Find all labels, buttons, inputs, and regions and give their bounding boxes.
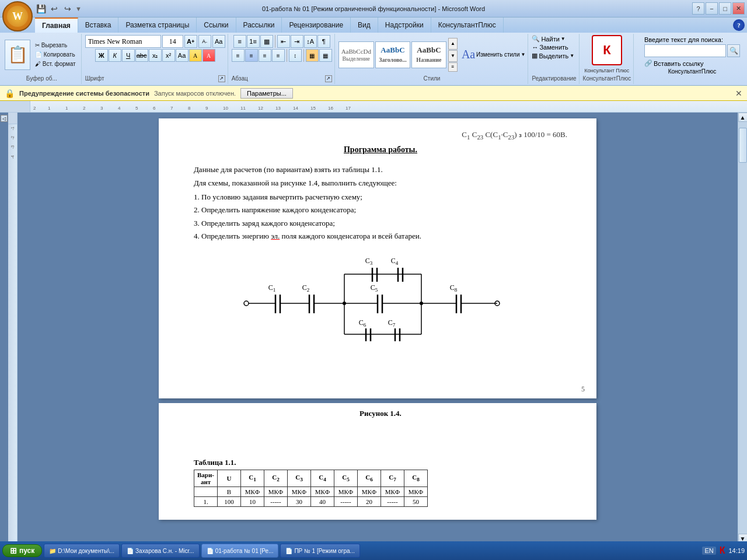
- italic-button[interactable]: К: [109, 49, 121, 62]
- tab-insert[interactable]: Вставка: [78, 18, 119, 33]
- minimize-button[interactable]: −: [706, 2, 718, 15]
- security-close-button[interactable]: ✕: [735, 89, 742, 98]
- language-indicator[interactable]: EN: [702, 547, 715, 555]
- item2: 2. Определить напряжение каждого конденс…: [194, 204, 567, 216]
- start-button[interactable]: ⊞ пуск: [2, 544, 42, 557]
- font-size-input[interactable]: [162, 35, 183, 48]
- numbering-button[interactable]: 1≡: [247, 35, 260, 48]
- paragraph-group-label: Абзац: [232, 74, 248, 83]
- justify-button[interactable]: ≡: [272, 49, 285, 62]
- col-c1: C1: [241, 470, 264, 487]
- close-button[interactable]: ✕: [732, 2, 745, 15]
- more-styles-button[interactable]: ≡: [448, 62, 458, 72]
- undo-button[interactable]: ↩: [48, 3, 60, 15]
- security-message: Запуск макросов отключен.: [154, 90, 236, 97]
- font-dialog-launcher[interactable]: ↗: [218, 75, 225, 82]
- customize-quick-access[interactable]: ▼: [75, 5, 82, 12]
- line-spacing-button[interactable]: ↕: [289, 49, 302, 62]
- help-icon[interactable]: ?: [733, 19, 745, 31]
- highlight-button[interactable]: А: [189, 49, 202, 62]
- tab-view[interactable]: Вид: [351, 18, 378, 33]
- font-color-button[interactable]: А: [203, 49, 215, 62]
- col-c7: C7: [381, 470, 404, 487]
- change-styles-button[interactable]: Аа Изменить стили ▼: [462, 48, 525, 61]
- cut-button[interactable]: ✂ Вырезать: [32, 41, 79, 50]
- underline-button[interactable]: Ч: [122, 49, 135, 62]
- tab-mailings[interactable]: Рассылки: [236, 18, 282, 33]
- circuit-diagram: C1 C2: [211, 248, 550, 365]
- tab-layout[interactable]: Разметка страницы: [118, 18, 197, 33]
- paragraph-dialog-launcher[interactable]: ↗: [325, 75, 332, 82]
- tab-home[interactable]: Главная: [35, 18, 78, 33]
- subscript-button[interactable]: x₂: [149, 49, 162, 62]
- clear-format-button[interactable]: Aa: [212, 35, 225, 48]
- redo-button[interactable]: ↪: [62, 3, 74, 15]
- insert-link-button[interactable]: 🔗Вставить ссылку: [644, 60, 740, 67]
- align-center-button[interactable]: ≡: [245, 49, 258, 62]
- shading-button[interactable]: ▦: [306, 49, 319, 62]
- superscript-button[interactable]: x²: [162, 49, 175, 62]
- data-table: Вари-ант U C1 C2 C3 C4 C5 C6 C7 C8 В: [194, 470, 428, 507]
- scroll-thumb[interactable]: [739, 128, 747, 163]
- svg-text:C3: C3: [365, 257, 373, 266]
- strikethrough-button[interactable]: аbc: [135, 49, 148, 62]
- align-left-button[interactable]: ≡: [232, 49, 245, 62]
- scroll-up-button[interactable]: ▲: [738, 113, 748, 122]
- save-button[interactable]: 💾: [35, 3, 47, 15]
- style-title[interactable]: AaBbCНазвание: [411, 41, 446, 68]
- tab-references[interactable]: Ссылки: [197, 18, 236, 33]
- font-shrink-button[interactable]: A-: [198, 35, 211, 48]
- align-right-button[interactable]: ≡: [259, 49, 271, 62]
- circuit-svg: C1 C2: [211, 248, 538, 359]
- paste-button[interactable]: 📋: [5, 40, 30, 70]
- konsultant-icon[interactable]: К: [592, 35, 622, 65]
- increase-indent-button[interactable]: ⇥: [291, 35, 303, 48]
- bold-button[interactable]: Ж: [95, 49, 108, 62]
- styles-scroll-down[interactable]: ▼: [448, 50, 458, 62]
- show-formatting-button[interactable]: ¶: [317, 35, 330, 48]
- editing-group: 🔍Найти▼ ↔Заменить ▦Выделить▼ Редактирова…: [529, 34, 579, 84]
- taskbar-item-0[interactable]: 📁 D:\Мои документы\...: [44, 544, 120, 558]
- restore-button[interactable]: □: [719, 2, 731, 15]
- paste-area: 📋: [5, 40, 30, 70]
- taskbar-item-3[interactable]: 📄 ПР № 1 [Режим огра...: [280, 544, 360, 558]
- view-toggle[interactable]: ◁: [1, 115, 8, 122]
- decrease-indent-button[interactable]: ⇤: [277, 35, 290, 48]
- select-button[interactable]: ▦Выделить▼: [532, 52, 574, 60]
- scroll-track: [738, 122, 748, 534]
- replace-button[interactable]: ↔Заменить: [532, 44, 568, 51]
- table-subheader-row: В МКФ МКФ МКФ МКФ МКФ МКФ МКФ МКФ: [194, 487, 428, 497]
- bullets-button[interactable]: ≡: [233, 35, 246, 48]
- security-params-button[interactable]: Параметры...: [240, 88, 293, 99]
- style-heading1[interactable]: AaBbCЗаголово...: [375, 41, 410, 68]
- font-name-input[interactable]: [85, 35, 161, 48]
- case-button[interactable]: Аа: [176, 49, 189, 62]
- font-group: A+ A- Aa Ж К Ч аbc x₂ x² Аа А А Шрифт: [83, 34, 228, 84]
- taskbar-item-1[interactable]: 📄 Захарова С.н. - Micr...: [121, 544, 200, 558]
- svg-text:C1: C1: [268, 284, 276, 293]
- svg-text:C4: C4: [391, 257, 399, 266]
- search-button[interactable]: 🔍: [727, 44, 740, 57]
- office-button[interactable]: W: [2, 1, 33, 32]
- col-c8: C8: [404, 470, 428, 487]
- table-title: Таблица 1.1.: [194, 458, 567, 467]
- style-default[interactable]: AaBbCcDdВыделение: [338, 41, 374, 68]
- help-button[interactable]: ?: [692, 2, 704, 15]
- sort-button[interactable]: ↕A: [304, 35, 317, 48]
- multilevel-button[interactable]: ▦: [260, 35, 273, 48]
- search-input[interactable]: [644, 44, 726, 57]
- styles-scroll-up[interactable]: ▲: [448, 38, 458, 50]
- taskbar-item-2[interactable]: 📄 01-работа № 01 [Ре...: [201, 544, 279, 558]
- font-grow-button[interactable]: A+: [184, 35, 197, 48]
- tab-review[interactable]: Рецензирование: [282, 18, 351, 33]
- copy-button[interactable]: 📄 Копировать: [32, 50, 79, 59]
- tab-addins[interactable]: Надстройки: [378, 18, 431, 33]
- borders-button[interactable]: ▦: [319, 49, 332, 62]
- left-panel: ◁: [0, 113, 8, 543]
- paste-special-button[interactable]: 🖌 Вст. формат: [32, 60, 79, 68]
- quick-access-toolbar: 💾 ↩ ↪ ▼: [35, 2, 82, 15]
- document-container: C1 C23 C(C1·C23) ₃ 100/10 = 60В. Програм…: [18, 113, 738, 543]
- item3: 3. Определить заряд каждого конденсатора…: [194, 218, 567, 229]
- find-button[interactable]: 🔍Найти▼: [532, 35, 565, 43]
- tab-konsultant[interactable]: КонсультантПлюс: [431, 18, 504, 33]
